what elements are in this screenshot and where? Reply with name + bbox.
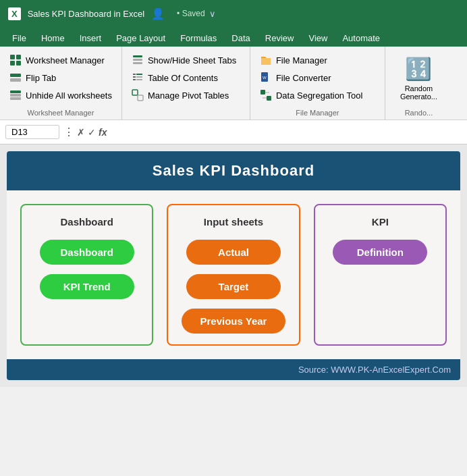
show-hide-sheets-btn[interactable]: Show/Hide Sheet Tabs xyxy=(126,52,246,68)
menu-home[interactable]: Home xyxy=(34,30,72,47)
random-group-label: Rando... xyxy=(393,106,444,117)
menu-formulas[interactable]: Formulas xyxy=(173,30,223,47)
actual-btn[interactable]: Actual xyxy=(186,240,281,265)
random-generator-btn[interactable]: 🔢 RandomGenerato... xyxy=(393,52,444,105)
cell-reference[interactable]: D13 xyxy=(5,125,59,139)
dashboard-section-title: Dashboard xyxy=(60,216,113,228)
dashboard-btn[interactable]: Dashboard xyxy=(40,240,134,265)
file-converter-label: File Converter xyxy=(276,73,331,83)
menu-review[interactable]: Review xyxy=(258,30,301,47)
manage-pivot-btn[interactable]: Manage Pivot Tables xyxy=(126,87,246,103)
svg-text:W: W xyxy=(263,76,267,80)
unhide-all-label: Unhide All worksheets xyxy=(26,90,112,101)
worksheet-manager-icon xyxy=(9,54,22,66)
formula-bar: D13 ⋮ ✗ ✓ fx xyxy=(0,120,467,144)
svg-rect-11 xyxy=(133,62,142,64)
cancel-formula-icon[interactable]: ✗ xyxy=(77,127,85,138)
fx-icon[interactable]: fx xyxy=(99,127,107,138)
unhide-all-btn[interactable]: Unhide All worksheets xyxy=(4,87,117,103)
table-of-contents-label: Table Of Contents xyxy=(148,73,218,83)
file-manager-btn[interactable]: File Manager xyxy=(254,52,381,68)
excel-icon: X xyxy=(8,7,21,20)
dashboard-card: Sales KPI Dashboard Dashboard Dashboard … xyxy=(7,151,460,380)
table-of-contents-icon xyxy=(132,72,144,84)
chevron-down-icon[interactable]: ∨ xyxy=(209,9,216,19)
random-generator-label: RandomGenerato... xyxy=(400,84,437,101)
worksheet-manager-label: Worksheet Manager xyxy=(26,55,105,65)
svg-rect-10 xyxy=(133,59,142,61)
flip-tab-label: Flip Tab xyxy=(26,73,56,83)
menu-insert[interactable]: Insert xyxy=(73,30,109,47)
definition-btn[interactable]: Definition xyxy=(333,240,427,265)
svg-rect-12 xyxy=(133,74,136,75)
svg-rect-16 xyxy=(133,79,136,80)
window-title: Sales KPI Dashboard in Excel xyxy=(28,9,144,19)
svg-rect-7 xyxy=(10,94,21,97)
svg-rect-13 xyxy=(136,74,142,75)
random-generator-icon: 🔢 xyxy=(405,56,432,82)
formula-icons: ⋮ ✗ ✓ fx xyxy=(63,126,107,138)
svg-rect-14 xyxy=(133,76,136,78)
flip-tab-icon xyxy=(9,72,22,84)
svg-rect-2 xyxy=(10,61,15,65)
menu-automate[interactable]: Automate xyxy=(335,30,387,47)
file-manager-group-label: File Manager xyxy=(254,106,381,117)
svg-rect-0 xyxy=(10,55,15,59)
ribbon-group-2: Show/Hide Sheet Tabs Table Of Contents M… xyxy=(122,47,250,120)
footer-bar: Source: WWW.PK-AnExcelExpert.Com xyxy=(7,359,460,380)
svg-rect-4 xyxy=(10,74,21,77)
input-sheets-title: Input sheets xyxy=(204,216,263,228)
title-bar: X Sales KPI Dashboard in Excel 👤 • Saved… xyxy=(0,0,467,27)
dashboard-body: Dashboard Dashboard KPI Trend Input shee… xyxy=(7,190,460,359)
svg-rect-5 xyxy=(10,78,21,82)
svg-rect-3 xyxy=(16,61,21,65)
menu-view[interactable]: View xyxy=(302,30,334,47)
svg-rect-15 xyxy=(136,76,142,78)
menu-data[interactable]: Data xyxy=(225,30,256,47)
kpi-trend-btn[interactable]: KPI Trend xyxy=(40,274,134,299)
previous-year-btn[interactable]: Previous Year xyxy=(182,309,286,334)
svg-rect-17 xyxy=(136,79,142,80)
svg-rect-8 xyxy=(10,97,21,100)
footer-text: Source: WWW.PK-AnExcelExpert.Com xyxy=(298,365,451,375)
flip-tab-btn[interactable]: Flip Tab xyxy=(4,70,117,86)
menu-bar: File Home Insert Page Layout Formulas Da… xyxy=(0,27,467,47)
show-hide-label: Show/Hide Sheet Tabs xyxy=(148,55,236,65)
ribbon-group-worksheet-manager: Worksheet Manager Flip Tab Unhide All wo… xyxy=(0,47,122,120)
kpi-section: KPI Definition xyxy=(314,204,447,346)
user-icon: 👤 xyxy=(151,7,165,20)
svg-rect-6 xyxy=(10,90,21,93)
manage-pivot-icon xyxy=(132,89,144,101)
dashboard-section: Dashboard Dashboard KPI Trend xyxy=(20,204,153,346)
ribbon-group-file-manager: File Manager W File Converter Data Segre… xyxy=(250,47,385,120)
saved-status: • Saved xyxy=(177,9,205,18)
file-manager-icon xyxy=(260,54,272,66)
worksheet-manager-btn[interactable]: Worksheet Manager xyxy=(4,52,117,68)
formula-options-icon[interactable]: ⋮ xyxy=(63,126,74,138)
worksheet-manager-group-label: Worksheet Manager xyxy=(4,106,117,117)
unhide-all-icon xyxy=(9,89,22,101)
file-converter-icon: W xyxy=(260,72,272,84)
input-sheets-section: Input sheets Actual Target Previous Year xyxy=(167,204,300,346)
menu-file[interactable]: File xyxy=(5,30,33,47)
dashboard-header: Sales KPI Dashboard xyxy=(7,151,460,190)
data-segregation-label: Data Segregation Tool xyxy=(276,90,362,101)
menu-page-layout[interactable]: Page Layout xyxy=(109,30,172,47)
table-of-contents-btn[interactable]: Table Of Contents xyxy=(126,70,246,86)
file-converter-btn[interactable]: W File Converter xyxy=(254,70,381,86)
data-segregation-btn[interactable]: Data Segregation Tool xyxy=(254,87,381,103)
ribbon-group-random: 🔢 RandomGenerato... Rando... xyxy=(385,47,452,120)
svg-rect-18 xyxy=(132,90,138,95)
kpi-section-title: KPI xyxy=(372,216,389,228)
target-btn[interactable]: Target xyxy=(186,274,281,299)
formula-input[interactable] xyxy=(111,127,462,137)
svg-rect-23 xyxy=(267,96,271,101)
ribbon: Worksheet Manager Flip Tab Unhide All wo… xyxy=(0,47,467,120)
manage-pivot-label: Manage Pivot Tables xyxy=(148,90,229,101)
content-area: Sales KPI Dashboard Dashboard Dashboard … xyxy=(0,144,467,387)
svg-rect-22 xyxy=(260,90,265,95)
svg-rect-9 xyxy=(133,55,142,57)
svg-rect-1 xyxy=(16,55,21,59)
confirm-formula-icon[interactable]: ✓ xyxy=(88,127,96,138)
svg-rect-19 xyxy=(138,95,143,101)
